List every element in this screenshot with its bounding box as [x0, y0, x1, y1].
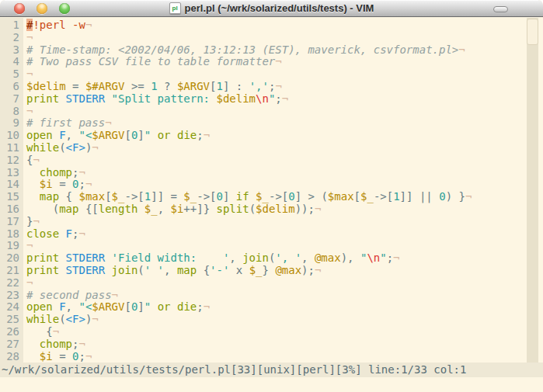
code-line[interactable]: 2¬	[0, 32, 543, 44]
code-line[interactable]: 6$delim = $#ARGV >= 1 ? $ARGV[1] : ',';¬	[0, 81, 543, 93]
code-line[interactable]: 18close F;¬	[0, 228, 543, 241]
code-line[interactable]: 14 $i = 0;¬	[0, 179, 543, 191]
code-token: # second pass	[26, 289, 112, 301]
code-token: if	[236, 190, 249, 203]
code-token: $#ARGV	[85, 80, 125, 92]
code-token: \n	[256, 92, 269, 105]
code-token: $_	[183, 190, 197, 203]
code-line[interactable]: 9# first pass¬	[0, 117, 543, 130]
line-number: 26	[0, 326, 19, 338]
code-token: "<	[78, 300, 92, 313]
code-token: <F>	[66, 141, 85, 154]
code-token: ;	[387, 252, 393, 264]
code-line[interactable]: 28 $i = 0;¬	[0, 351, 543, 363]
code-token: STDERR	[66, 264, 106, 276]
code-line[interactable]: 5¬	[0, 68, 543, 81]
code-token: "Split pattern:	[112, 92, 217, 105]
code-token: {	[26, 325, 53, 338]
code-token: while	[26, 313, 59, 325]
code-line[interactable]: 24open F, "<$ARGV[0]" or die;¬	[0, 301, 543, 314]
eol-marker: ¬	[92, 141, 98, 154]
code-token: 'Field width: '	[112, 252, 230, 264]
eol-marker: ¬	[315, 203, 321, 215]
eol-marker: ¬	[26, 239, 33, 252]
code-token: $i	[40, 178, 53, 190]
code-token: >=	[124, 80, 151, 92]
code-line[interactable]: 8¬	[0, 106, 543, 118]
code-token: ));	[295, 203, 315, 215]
editor-area[interactable]: 1#!perl -w¬2¬3# Time-stamp: <2002/04/06,…	[0, 18, 543, 363]
line-number: 3	[0, 44, 19, 57]
eol-marker: ¬	[458, 43, 465, 56]
code-line[interactable]: 27 chomp;¬	[0, 338, 543, 351]
title-bar[interactable]: pl perl.pl (~/wrk/solarized/utils/tests)…	[0, 0, 543, 17]
code-token: $delim	[256, 203, 295, 215]
code-token	[26, 178, 40, 190]
code-line[interactable]: 15 map { $max[$_->[1]] = $_->[0] if $_->…	[0, 191, 543, 203]
code-token: map	[59, 203, 78, 215]
code-token: # first pass	[26, 116, 105, 129]
code-token: 0	[217, 190, 223, 203]
code-line[interactable]: 26 {¬	[0, 326, 543, 338]
code-token: ;	[275, 92, 281, 105]
document-proxy-icon[interactable]: pl	[169, 2, 181, 14]
code-line[interactable]: 4# Two pass CSV file to table formatter¬	[0, 56, 543, 68]
line-number: 8	[0, 106, 19, 118]
line-number: 15	[0, 191, 19, 203]
eol-marker: ¬	[112, 289, 118, 301]
code-line[interactable]: 3# Time-stamp: <2002/04/06, 13:12:13 (ES…	[0, 44, 543, 57]
eol-marker: ¬	[33, 154, 39, 166]
code-line[interactable]: 22¬	[0, 277, 543, 290]
code-token	[59, 252, 65, 264]
code-token	[53, 300, 59, 313]
code-line[interactable]: 23# second pass¬	[0, 290, 543, 302]
code-line[interactable]: 21print STDERR join(' ', map {'-' x $_} …	[0, 265, 543, 277]
code-token: open	[26, 300, 53, 313]
code-token: (	[59, 141, 65, 154]
code-token: ) }	[446, 190, 465, 203]
code-token: while	[26, 141, 59, 154]
code-token: ' '	[144, 264, 164, 276]
code-line[interactable]: 10open F, "<$ARGV[0]" or die;¬	[0, 130, 543, 142]
code-token: !perl -w	[33, 19, 85, 31]
code-token: (	[249, 203, 256, 215]
code-token: ++]}	[183, 203, 216, 215]
code-token: $_	[112, 190, 125, 203]
code-line[interactable]: 13 chomp;¬	[0, 167, 543, 179]
code-line[interactable]: 7print STDERR "Split pattern: $delim\n";…	[0, 93, 543, 106]
code-token: =	[53, 350, 72, 363]
code-token: ]] ||	[400, 190, 440, 203]
minimize-button[interactable]	[37, 3, 47, 14]
code-token: ] > (	[295, 190, 328, 203]
eol-marker: ¬	[53, 325, 59, 338]
code-token: STDERR	[66, 252, 106, 264]
code-line[interactable]: 1#!perl -w¬	[0, 19, 543, 32]
code-token: ;	[197, 300, 203, 313]
zoom-button[interactable]	[59, 3, 70, 14]
toolbar-toggle-button[interactable]	[493, 6, 508, 12]
code-token	[171, 300, 177, 313]
code-line[interactable]: 16 (map {[length $_, $i++]} split($delim…	[0, 203, 543, 216]
code-token: ->[	[374, 190, 393, 203]
code-line[interactable]: 17}¬	[0, 216, 543, 228]
code-line[interactable]: 20print STDERR 'Field width: ', join(', …	[0, 252, 543, 265]
code-token: x	[229, 264, 249, 276]
code-line[interactable]: 25while(<F>)¬	[0, 314, 543, 326]
code-line[interactable]: 11while(<F>)¬	[0, 142, 543, 154]
code-token: [	[124, 129, 131, 141]
code-token: map	[40, 190, 59, 203]
code-token: 1	[144, 190, 151, 203]
code-line[interactable]: 19¬	[0, 240, 543, 252]
line-number: 9	[0, 117, 19, 130]
code-token	[105, 252, 111, 264]
line-number: 23	[0, 290, 19, 302]
code-token: @max	[315, 252, 341, 264]
close-button[interactable]	[14, 3, 25, 14]
code-token: (	[59, 313, 65, 325]
code-token: open	[26, 129, 53, 141]
eol-marker: ¬	[85, 19, 92, 31]
code-token: (	[26, 203, 59, 215]
status-line: ~/wrk/solarized/utils/tests/perl.pl[33][…	[0, 363, 543, 377]
code-token: ,	[66, 129, 79, 141]
code-line[interactable]: 12{¬	[0, 154, 543, 167]
